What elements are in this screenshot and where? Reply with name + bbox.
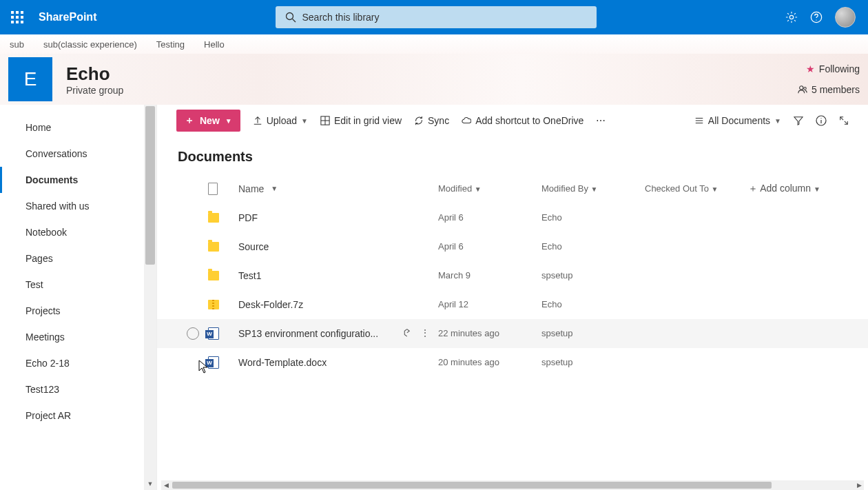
hubnav-link[interactable]: sub(classic experience) (43, 39, 137, 50)
view-label: All Documents (708, 115, 770, 126)
sidebar-item[interactable]: Shared with us (0, 193, 156, 219)
chevron-down-icon: ▼ (225, 117, 232, 125)
file-name[interactable]: Desk-Folder.7z (238, 299, 303, 310)
folder-icon (208, 242, 219, 252)
scroll-down-icon[interactable]: ▼ (144, 478, 156, 490)
row-select-circle[interactable] (187, 327, 199, 340)
svg-point-14 (800, 86, 803, 90)
modified-cell: April 12 (438, 299, 541, 309)
info-button[interactable] (816, 115, 827, 126)
modified-cell: April 6 (438, 212, 541, 223)
scroll-left-icon[interactable]: ◀ (161, 482, 171, 489)
table-row[interactable]: SourceApril 6Echo (157, 232, 868, 261)
modified-cell: 22 minutes ago (438, 328, 541, 338)
scrollbar-thumb[interactable] (172, 482, 772, 489)
people-icon (798, 85, 807, 94)
hubnav-link[interactable]: sub (10, 39, 24, 50)
site-title: Echo (66, 63, 123, 85)
file-name[interactable]: Word-Template.docx (238, 357, 327, 368)
table-row[interactable]: Test1March 9spsetup (157, 261, 868, 290)
chevron-down-icon: ▼ (774, 117, 781, 125)
sidebar-item[interactable]: Project AR (0, 402, 156, 429)
modifiedby-cell: Echo (541, 212, 645, 223)
share-icon[interactable] (401, 327, 411, 339)
filter-button[interactable] (794, 116, 803, 125)
table-row[interactable]: SP13 environment configuratio...⋮22 minu… (157, 319, 868, 348)
table-row[interactable]: Word-Template.docx20 minutes agospsetup (157, 348, 868, 377)
table-row[interactable]: Desk-Folder.7zApril 12Echo (157, 290, 868, 319)
more-icon: ⋯ (596, 115, 606, 126)
new-button[interactable]: ＋ New ▼ (176, 110, 240, 132)
add-shortcut-button[interactable]: Add shortcut to OneDrive (462, 115, 583, 126)
sidebar-item[interactable]: Pages (0, 245, 156, 272)
table-row[interactable]: PDFApril 6Echo (157, 203, 868, 232)
col-name[interactable]: Name ▼ (238, 183, 438, 194)
members-button[interactable]: 5 members (798, 84, 860, 95)
file-name[interactable]: SP13 environment configuratio... (238, 328, 378, 339)
sidebar-scrollbar[interactable]: ▼ (144, 105, 156, 490)
sidebar-item[interactable]: Projects (0, 298, 156, 324)
file-name[interactable]: PDF (238, 212, 258, 223)
zip-icon (208, 300, 219, 309)
sidebar-item[interactable]: Test (0, 272, 156, 298)
edit-grid-label: Edit in grid view (334, 115, 402, 126)
svg-point-13 (816, 19, 816, 20)
svg-point-11 (789, 15, 793, 19)
sidebar-item[interactable]: Documents (0, 167, 156, 193)
gear-icon[interactable] (785, 11, 798, 23)
sidebar-item[interactable]: Conversations (0, 141, 156, 167)
search-input[interactable] (302, 12, 597, 23)
col-checkedout[interactable]: Checked Out To ▼ (645, 183, 748, 194)
content-hscrollbar[interactable]: ◀ ▶ (161, 480, 864, 490)
svg-line-10 (293, 19, 296, 23)
new-label: New (200, 115, 220, 126)
upload-button[interactable]: Upload ▼ (253, 115, 308, 126)
following-button[interactable]: ★ Following (806, 63, 860, 74)
brand-label: SharePoint (34, 11, 96, 23)
sidebar-item[interactable]: Notebook (0, 219, 156, 245)
add-column-button[interactable]: ＋ Add column ▼ (748, 183, 868, 195)
folder-icon (208, 271, 219, 280)
expand-button[interactable] (839, 116, 849, 125)
svg-rect-8 (21, 21, 23, 23)
filter-icon (794, 116, 803, 125)
modified-cell: March 9 (438, 270, 541, 280)
chevron-down-icon: ▼ (814, 185, 820, 193)
svg-rect-5 (21, 16, 23, 19)
help-icon[interactable] (810, 11, 823, 23)
chevron-down-icon: ▼ (301, 117, 308, 125)
modified-cell: 20 minutes ago (438, 357, 541, 367)
svg-rect-3 (11, 16, 14, 19)
add-shortcut-label: Add shortcut to OneDrive (475, 115, 583, 126)
sidebar-item[interactable]: Meetings (0, 324, 156, 350)
sidebar-item[interactable]: Echo 2-18 (0, 350, 156, 376)
grid-icon (320, 116, 330, 125)
file-name[interactable]: Source (238, 241, 269, 252)
app-launcher[interactable] (0, 0, 34, 34)
col-modified[interactable]: Modified ▼ (438, 183, 541, 194)
col-modifiedby[interactable]: Modified By ▼ (541, 183, 645, 194)
modifiedby-cell: spsetup (541, 328, 645, 338)
sync-button[interactable]: Sync (414, 115, 449, 126)
members-label: 5 members (812, 84, 860, 95)
svg-point-24 (820, 118, 821, 119)
svg-rect-6 (11, 21, 14, 23)
upload-label: Upload (267, 115, 297, 126)
scroll-right-icon[interactable]: ▶ (854, 482, 864, 489)
sidebar-item[interactable]: Test123 (0, 376, 156, 402)
more-button[interactable]: ⋯ (596, 115, 606, 126)
search-box[interactable] (276, 6, 597, 28)
star-icon: ★ (806, 63, 815, 74)
scrollbar-thumb[interactable] (145, 106, 155, 265)
svg-point-9 (287, 13, 293, 20)
hubnav-link[interactable]: Hello (204, 39, 225, 50)
file-name[interactable]: Test1 (238, 270, 261, 281)
view-selector[interactable]: All Documents ▼ (694, 115, 781, 126)
hubnav-link[interactable]: Testing (156, 39, 185, 50)
sidebar-item[interactable]: Home (0, 114, 156, 141)
svg-rect-0 (11, 11, 14, 14)
avatar[interactable] (835, 7, 856, 28)
row-more-icon[interactable]: ⋮ (420, 327, 430, 339)
edit-grid-button[interactable]: Edit in grid view (320, 115, 402, 126)
modifiedby-cell: Echo (541, 241, 645, 252)
